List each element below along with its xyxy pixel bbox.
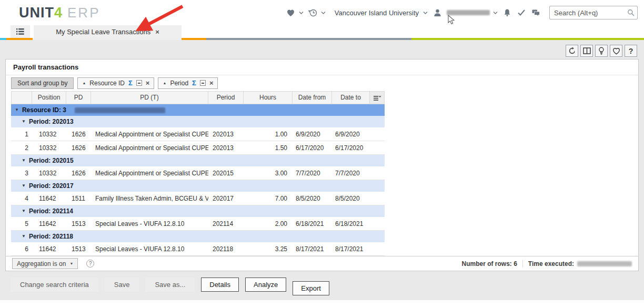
cell-period: 202118 — [208, 245, 244, 253]
collapse-arrow-icon[interactable]: ▼ — [22, 159, 26, 163]
collapse-arrow-icon[interactable]: ▼ — [22, 209, 26, 213]
help-icon[interactable]: ? — [625, 45, 637, 57]
aggregation-help-icon[interactable]: ? — [86, 260, 94, 268]
cell-pd: 1513 — [66, 220, 91, 227]
tab-bar: My Special Leave Transactions × — [0, 25, 644, 38]
cell-pd: 1626 — [66, 131, 91, 138]
user-menu-chevron-icon[interactable] — [493, 11, 498, 15]
column-header-pd[interactable]: PD — [66, 91, 91, 105]
group-chip-resource-id[interactable]: ▲Resource IDΣ× — [77, 77, 154, 89]
history-icon[interactable] — [308, 8, 318, 17]
cell-pd: 1513 — [66, 245, 91, 253]
collapse-arrow-icon[interactable]: ▼ — [22, 234, 26, 239]
notifications-bell-icon[interactable] — [502, 8, 512, 17]
column-header-hours[interactable]: Hours — [244, 91, 293, 105]
organization-selector[interactable]: Vancouver Island University — [335, 9, 419, 17]
table-row[interactable]: 1103321626Medical Appointment or Special… — [11, 127, 385, 141]
resource-group-row[interactable]: ▼Resource ID: 3 — [11, 104, 385, 116]
cell-rownum: 3 — [11, 170, 32, 177]
table-row[interactable]: 6116421513Special Leaves - VIUFA 12.8.10… — [11, 242, 385, 256]
tab-close-icon[interactable]: × — [155, 28, 159, 35]
split-view-icon[interactable] — [580, 45, 593, 57]
history-chevron-icon[interactable] — [321, 11, 326, 15]
period-group-label: Period: 202013 — [29, 118, 74, 125]
group-chip-period[interactable]: ▲PeriodΣ× — [158, 77, 218, 89]
table-row[interactable]: 3103321626Medical Appointment or Special… — [11, 166, 385, 180]
sort-and-group-by-button[interactable]: Sort and group by — [11, 77, 74, 89]
period-group-row-period-202015[interactable]: ▼Period: 202015 — [11, 155, 385, 166]
cell-position: 10332 — [32, 144, 66, 152]
sum-sigma-icon[interactable]: Σ — [128, 79, 133, 87]
messages-chat-icon[interactable] — [531, 8, 540, 17]
cell-position: 11642 — [32, 245, 66, 253]
organization-chevron-icon[interactable] — [423, 11, 428, 15]
column-header-date-to[interactable]: Date to — [332, 91, 370, 105]
analyze-button[interactable]: Analyze — [245, 278, 286, 292]
table-body: ▼Resource ID: 3▼Period: 2020131103321626… — [11, 104, 385, 256]
period-group-row-period-202118[interactable]: ▼Period: 202118 — [11, 231, 385, 242]
period-group-row-period-202114[interactable]: ▼Period: 202114 — [11, 205, 385, 217]
stripe-slate — [206, 38, 411, 40]
favorite-heart-outline-icon[interactable] — [610, 45, 622, 57]
cell-pd: 1511 — [66, 195, 91, 202]
menu-list-icon[interactable] — [11, 25, 30, 38]
time-executed-redacted — [577, 261, 632, 266]
column-header-pd-t[interactable]: PD (T) — [91, 91, 208, 105]
remove-chip-icon[interactable]: × — [209, 80, 214, 86]
smart-tips-lightbulb-icon[interactable] — [595, 45, 608, 57]
table-row[interactable]: 5116421513Special Leaves - VIUFA 12.8.10… — [11, 217, 385, 231]
sort-ascending-icon[interactable]: ▲ — [82, 81, 86, 85]
remove-chip-icon[interactable]: × — [146, 80, 150, 86]
save-button[interactable]: Save — [105, 278, 139, 292]
window-toolbar: ? — [566, 45, 637, 57]
sum-sigma-icon[interactable]: Σ — [192, 79, 196, 87]
approvals-check-icon[interactable] — [517, 8, 526, 17]
action-button-bar: Change search criteriaSaveSave as...Deta… — [11, 278, 329, 295]
cell-date-to: 8/17/2021 — [332, 245, 370, 253]
cell-date-from: 7/7/2020 — [293, 170, 332, 177]
chip-label: Resource ID — [89, 80, 125, 87]
tab-my-special-leave-transactions[interactable]: My Special Leave Transactions × — [34, 25, 182, 38]
period-group-row-period-202017[interactable]: ▼Period: 202017 — [11, 180, 385, 192]
cell-date-to: 6/18/2021 — [332, 220, 370, 227]
cell-rownum: 4 — [11, 195, 32, 202]
collapse-arrow-icon[interactable]: ▼ — [15, 108, 19, 112]
search-icon[interactable] — [627, 9, 635, 18]
export-button[interactable]: Export — [293, 281, 329, 295]
favorites-chevron-icon[interactable] — [299, 11, 304, 15]
sort-ascending-icon[interactable]: ▲ — [163, 81, 166, 85]
stripe-orange-right — [182, 38, 206, 40]
favorites-heart-icon[interactable] — [286, 8, 296, 17]
table-row[interactable]: 4116421511Family Illness Taken Admin, BC… — [11, 192, 385, 205]
collapse-arrow-icon[interactable]: ▼ — [22, 184, 26, 188]
cell-pd: 1626 — [66, 144, 91, 152]
aggregation-dropdown[interactable]: Aggregation is on ▼ — [12, 258, 78, 269]
refresh-icon[interactable] — [566, 45, 578, 57]
details-button[interactable]: Details — [201, 278, 239, 292]
save-as-button[interactable]: Save as... — [145, 278, 195, 292]
cell-period: 202017 — [208, 195, 244, 202]
cell-rownum: 5 — [11, 220, 32, 227]
table-header-row: Position PD PD (T) Period Hours Date fro… — [11, 91, 638, 105]
column-header-position[interactable]: Position — [32, 91, 66, 105]
column-header-period[interactable]: Period — [208, 91, 244, 105]
rows-count-label: Number of rows: — [461, 260, 511, 268]
collapse-group-icon[interactable] — [200, 80, 206, 86]
search-input[interactable] — [549, 6, 638, 19]
column-header-date-from[interactable]: Date from — [293, 91, 332, 105]
cell-hours: 7.00 — [244, 195, 293, 202]
period-group-row-period-202013[interactable]: ▼Period: 202013 — [11, 116, 385, 127]
cell-date-to: 8/5/2020 — [332, 195, 370, 202]
collapse-group-icon[interactable] — [136, 80, 142, 86]
user-profile-icon[interactable] — [432, 8, 442, 17]
aggregation-label: Aggregation is on — [17, 260, 66, 268]
resource-name-redacted — [75, 107, 165, 113]
column-chooser-icon[interactable] — [370, 91, 385, 105]
table-row[interactable]: 2103321626Medical Appointment or Special… — [11, 141, 385, 155]
cell-date-to: 7/7/2020 — [332, 170, 370, 177]
column-header-rownum[interactable] — [11, 91, 32, 105]
cell-date-from: 8/5/2020 — [293, 195, 332, 202]
collapse-arrow-icon[interactable]: ▼ — [22, 120, 26, 124]
cell-hours: 1.50 — [244, 144, 293, 152]
change-search-criteria-button[interactable]: Change search criteria — [11, 278, 98, 292]
